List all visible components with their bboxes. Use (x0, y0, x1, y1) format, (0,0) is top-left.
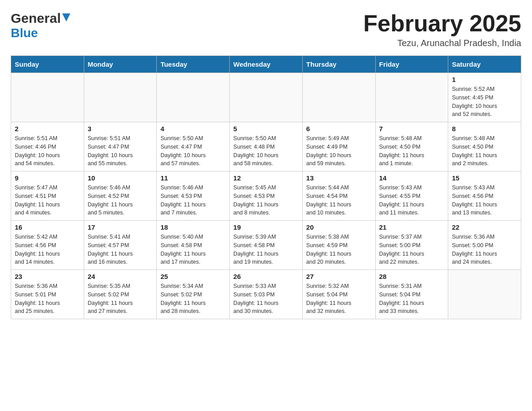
weekday-header-saturday: Saturday (448, 56, 521, 73)
month-title: February 2025 (363, 11, 521, 36)
day-number: 18 (160, 223, 226, 231)
calendar-cell: 28Sunrise: 5:31 AM Sunset: 5:04 PM Dayli… (375, 270, 448, 319)
calendar-cell (302, 73, 375, 122)
calendar-cell (448, 270, 521, 319)
calendar-cell: 8Sunrise: 5:48 AM Sunset: 4:50 PM Daylig… (448, 122, 521, 171)
calendar-cell: 5Sunrise: 5:50 AM Sunset: 4:48 PM Daylig… (230, 122, 303, 171)
logo-blue-text: Blue (11, 26, 38, 40)
day-number: 6 (306, 125, 372, 133)
day-info: Sunrise: 5:32 AM Sunset: 5:04 PM Dayligh… (306, 282, 372, 316)
day-number: 19 (233, 223, 299, 231)
calendar-cell: 23Sunrise: 5:36 AM Sunset: 5:01 PM Dayli… (11, 270, 84, 319)
day-info: Sunrise: 5:48 AM Sunset: 4:50 PM Dayligh… (452, 134, 517, 168)
logo-triangle-icon (62, 13, 70, 21)
day-number: 14 (379, 174, 445, 182)
day-info: Sunrise: 5:40 AM Sunset: 4:58 PM Dayligh… (160, 233, 226, 266)
weekday-header-thursday: Thursday (302, 56, 375, 73)
weekday-header-monday: Monday (84, 56, 157, 73)
day-number: 20 (306, 223, 372, 231)
day-info: Sunrise: 5:31 AM Sunset: 5:04 PM Dayligh… (379, 282, 445, 316)
day-number: 11 (160, 174, 226, 182)
calendar-cell: 14Sunrise: 5:43 AM Sunset: 4:55 PM Dayli… (375, 171, 448, 221)
calendar-cell (375, 73, 448, 122)
calendar-table: SundayMondayTuesdayWednesdayThursdayFrid… (11, 56, 521, 319)
day-number: 22 (452, 223, 517, 231)
logo-general-text: General (11, 11, 61, 26)
day-number: 15 (452, 174, 517, 182)
calendar-cell: 27Sunrise: 5:32 AM Sunset: 5:04 PM Dayli… (302, 270, 375, 319)
day-number: 17 (88, 223, 153, 231)
day-info: Sunrise: 5:52 AM Sunset: 4:45 PM Dayligh… (452, 85, 517, 119)
calendar-cell: 12Sunrise: 5:45 AM Sunset: 4:53 PM Dayli… (230, 171, 303, 221)
day-number: 9 (15, 174, 80, 182)
calendar-cell: 3Sunrise: 5:51 AM Sunset: 4:47 PM Daylig… (84, 122, 157, 171)
day-number: 12 (233, 174, 299, 182)
day-number: 3 (88, 125, 153, 133)
day-info: Sunrise: 5:50 AM Sunset: 4:47 PM Dayligh… (160, 134, 226, 168)
week-row-5: 23Sunrise: 5:36 AM Sunset: 5:01 PM Dayli… (11, 270, 521, 319)
day-number: 23 (15, 273, 80, 280)
day-info: Sunrise: 5:42 AM Sunset: 4:56 PM Dayligh… (15, 233, 80, 266)
logo: General Blue (11, 11, 70, 40)
day-number: 25 (160, 273, 226, 280)
calendar-cell: 9Sunrise: 5:47 AM Sunset: 4:51 PM Daylig… (11, 171, 84, 221)
day-info: Sunrise: 5:43 AM Sunset: 4:56 PM Dayligh… (452, 184, 517, 217)
day-info: Sunrise: 5:34 AM Sunset: 5:02 PM Dayligh… (160, 282, 226, 316)
title-block: February 2025 Tezu, Arunachal Pradesh, I… (363, 11, 521, 48)
day-info: Sunrise: 5:45 AM Sunset: 4:53 PM Dayligh… (233, 184, 299, 217)
calendar-cell: 18Sunrise: 5:40 AM Sunset: 4:58 PM Dayli… (157, 221, 230, 270)
day-info: Sunrise: 5:41 AM Sunset: 4:57 PM Dayligh… (88, 233, 153, 266)
calendar-cell: 6Sunrise: 5:49 AM Sunset: 4:49 PM Daylig… (302, 122, 375, 171)
day-info: Sunrise: 5:49 AM Sunset: 4:49 PM Dayligh… (306, 134, 372, 168)
day-number: 21 (379, 223, 445, 231)
week-row-4: 16Sunrise: 5:42 AM Sunset: 4:56 PM Dayli… (11, 221, 521, 270)
day-number: 24 (88, 273, 153, 280)
day-info: Sunrise: 5:36 AM Sunset: 5:01 PM Dayligh… (15, 282, 80, 316)
weekday-header-wednesday: Wednesday (230, 56, 303, 73)
calendar-cell: 16Sunrise: 5:42 AM Sunset: 4:56 PM Dayli… (11, 221, 84, 270)
svg-marker-0 (62, 13, 70, 21)
day-info: Sunrise: 5:51 AM Sunset: 4:46 PM Dayligh… (15, 134, 80, 168)
day-number: 28 (379, 273, 445, 280)
calendar-cell: 19Sunrise: 5:39 AM Sunset: 4:58 PM Dayli… (230, 221, 303, 270)
day-info: Sunrise: 5:46 AM Sunset: 4:52 PM Dayligh… (88, 184, 153, 217)
weekday-header-row: SundayMondayTuesdayWednesdayThursdayFrid… (11, 56, 521, 73)
day-info: Sunrise: 5:47 AM Sunset: 4:51 PM Dayligh… (15, 184, 80, 217)
day-info: Sunrise: 5:38 AM Sunset: 4:59 PM Dayligh… (306, 233, 372, 266)
day-number: 16 (15, 223, 80, 231)
location-title: Tezu, Arunachal Pradesh, India (363, 38, 521, 48)
day-number: 1 (452, 76, 517, 83)
day-number: 7 (379, 125, 445, 133)
calendar-cell: 7Sunrise: 5:48 AM Sunset: 4:50 PM Daylig… (375, 122, 448, 171)
day-number: 4 (160, 125, 226, 133)
calendar-cell: 15Sunrise: 5:43 AM Sunset: 4:56 PM Dayli… (448, 171, 521, 221)
day-info: Sunrise: 5:44 AM Sunset: 4:54 PM Dayligh… (306, 184, 372, 217)
day-number: 5 (233, 125, 299, 133)
calendar-cell: 1Sunrise: 5:52 AM Sunset: 4:45 PM Daylig… (448, 73, 521, 122)
calendar-cell: 4Sunrise: 5:50 AM Sunset: 4:47 PM Daylig… (157, 122, 230, 171)
day-info: Sunrise: 5:48 AM Sunset: 4:50 PM Dayligh… (379, 134, 445, 168)
weekday-header-sunday: Sunday (11, 56, 84, 73)
day-number: 26 (233, 273, 299, 280)
page-header: General Blue February 2025 Tezu, Arunach… (11, 11, 521, 48)
calendar-cell: 22Sunrise: 5:36 AM Sunset: 5:00 PM Dayli… (448, 221, 521, 270)
calendar-cell (157, 73, 230, 122)
day-info: Sunrise: 5:39 AM Sunset: 4:58 PM Dayligh… (233, 233, 299, 266)
day-info: Sunrise: 5:33 AM Sunset: 5:03 PM Dayligh… (233, 282, 299, 316)
day-number: 13 (306, 174, 372, 182)
day-number: 10 (88, 174, 153, 182)
week-row-2: 2Sunrise: 5:51 AM Sunset: 4:46 PM Daylig… (11, 122, 521, 171)
day-number: 27 (306, 273, 372, 280)
calendar-cell: 21Sunrise: 5:37 AM Sunset: 5:00 PM Dayli… (375, 221, 448, 270)
calendar-cell (230, 73, 303, 122)
calendar-cell (11, 73, 84, 122)
calendar-cell: 26Sunrise: 5:33 AM Sunset: 5:03 PM Dayli… (230, 270, 303, 319)
calendar-cell: 20Sunrise: 5:38 AM Sunset: 4:59 PM Dayli… (302, 221, 375, 270)
day-info: Sunrise: 5:51 AM Sunset: 4:47 PM Dayligh… (88, 134, 153, 168)
day-info: Sunrise: 5:37 AM Sunset: 5:00 PM Dayligh… (379, 233, 445, 266)
weekday-header-tuesday: Tuesday (157, 56, 230, 73)
day-number: 2 (15, 125, 80, 133)
week-row-1: 1Sunrise: 5:52 AM Sunset: 4:45 PM Daylig… (11, 73, 521, 122)
calendar-cell: 2Sunrise: 5:51 AM Sunset: 4:46 PM Daylig… (11, 122, 84, 171)
calendar-cell: 11Sunrise: 5:46 AM Sunset: 4:53 PM Dayli… (157, 171, 230, 221)
